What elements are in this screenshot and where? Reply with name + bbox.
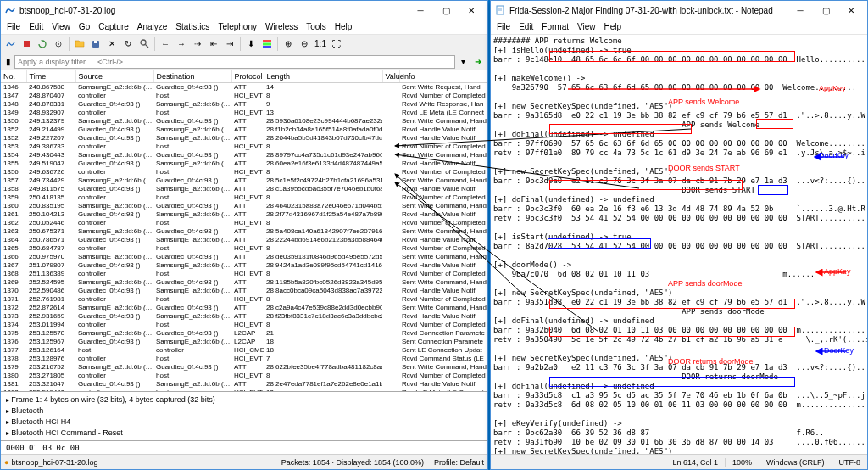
last-packet-icon[interactable]: ⇥ [222, 36, 237, 52]
colorize-icon[interactable] [259, 36, 275, 52]
packet-row[interactable]: 1368251.136389controllerhostHCI_EVT8Rcvd… [1, 270, 487, 278]
menu-edit[interactable]: Edit [515, 22, 537, 31]
go-forward-icon[interactable]: → [174, 36, 189, 52]
packet-row[interactable]: 1358249.811575Guardtec_0f:4c:93 ()Samsun… [1, 185, 487, 193]
notepad-textarea[interactable]: ######## APP returns Welcome [+] isHello… [491, 35, 867, 454]
menu-go[interactable]: Go [75, 22, 94, 31]
packet-row[interactable]: 1380253.271805controllerhostHCI_EVT8Rcvd… [1, 372, 487, 380]
maximize-button[interactable]: ▢ [433, 2, 459, 19]
menu-file[interactable]: File [492, 22, 515, 31]
options-icon[interactable] [51, 36, 66, 52]
menu-telephony[interactable]: Telephony [214, 22, 261, 31]
menu-statistics[interactable]: Statistics [171, 22, 214, 31]
reload-icon[interactable]: ↻ [120, 36, 136, 52]
start-capture-icon[interactable] [3, 36, 18, 52]
packet-row[interactable]: 1349248.932907controllerhostHCI_EVT13Rcv… [1, 109, 487, 117]
filter-dropdown-icon[interactable]: ▾ [455, 54, 470, 70]
open-icon[interactable] [72, 36, 87, 52]
menu-help[interactable]: Help [331, 22, 357, 31]
tree-node[interactable]: Bluetooth HCI Command - Reset [6, 428, 482, 439]
menu-help[interactable]: Help [600, 22, 626, 31]
menu-edit[interactable]: Edit [25, 22, 47, 31]
minimize-button[interactable]: ─ [408, 2, 433, 19]
packet-row[interactable]: 1364250.786571Guardtec_0f:4c:93 ()Samsun… [1, 236, 487, 244]
tree-node[interactable]: Bluetooth [6, 406, 482, 417]
zoom-in-icon[interactable]: ⊕ [281, 36, 296, 52]
packet-row[interactable]: 1370252.590486Guardtec_0f:4c:93 ()Samsun… [1, 287, 487, 295]
minimize-button[interactable]: ─ [787, 2, 813, 19]
packet-row[interactable]: 1347248.870407controllerhostHCI_EVT8Rcvd… [1, 92, 487, 100]
packet-row[interactable]: 1346248.867588SamsungE_a2:dd:6b (…Guardt… [1, 82, 487, 92]
filter-bookmark-icon[interactable]: ▮ [3, 54, 14, 70]
menu-tools[interactable]: Tools [302, 22, 330, 31]
packet-row[interactable]: 1375253.125578SamsungE_a2:dd:6b (…Guardt… [1, 329, 487, 338]
menu-wireless[interactable]: Wireless [261, 22, 302, 31]
close-button[interactable]: ✕ [459, 2, 484, 19]
menu-capture[interactable]: Capture [94, 22, 133, 31]
packet-row[interactable]: 1379253.216752SamsungE_a2:dd:6b (…Guardt… [1, 363, 487, 372]
menu-format[interactable]: Format [537, 22, 573, 31]
display-filter-input[interactable] [14, 55, 455, 69]
go-back-icon[interactable]: ← [158, 36, 173, 52]
packet-row[interactable]: 1362250.052446controllerhostHCI_EVT8Rcvd… [1, 219, 487, 227]
packet-row[interactable]: 1354249.430443SamsungE_a2:dd:6b (…Guardt… [1, 151, 487, 159]
packet-row[interactable]: 1372252.872614SamsungE_a2:dd:6b (…Guardt… [1, 304, 487, 312]
column-header[interactable]: Value [382, 70, 399, 82]
menu-analyze[interactable]: Analyze [133, 22, 172, 31]
maximize-button[interactable]: ▢ [813, 2, 838, 19]
column-header[interactable]: No. [1, 70, 26, 82]
packet-row[interactable]: 1365250.684787controllerhostHCI_EVT8Rcvd… [1, 244, 487, 253]
autoscroll-icon[interactable]: ⬇ [243, 36, 259, 52]
column-header[interactable]: Time [26, 70, 75, 82]
tree-node[interactable]: Frame 1: 4 bytes on wire (32 bits), 4 by… [6, 394, 482, 406]
menu-view[interactable]: View [573, 22, 600, 31]
packet-row[interactable]: 1366250.975970SamsungE_a2:dd:6b (…Guardt… [1, 253, 487, 261]
packet-row[interactable]: 1357249.734429SamsungE_a2:dd:6b (…Guardt… [1, 176, 487, 185]
packet-row[interactable]: 1378253.128976controllerhostHCI_EVT7Rcvd… [1, 355, 487, 363]
packet-row[interactable]: 1361250.104213Guardtec_0f:4c:93 ()Samsun… [1, 210, 487, 219]
column-header[interactable]: Length [264, 70, 382, 82]
packet-bytes[interactable]: 0000 01 03 0c 00 [1, 440, 487, 454]
packet-row[interactable]: 1371252.761981controllerhostHCI_EVT8Rcvd… [1, 295, 487, 304]
go-to-icon[interactable]: ⇢ [190, 36, 205, 52]
packet-row[interactable]: 1376253.125967Guardtec_0f:4c:93 ()Samsun… [1, 338, 487, 346]
tree-node[interactable]: Bluetooth HCI H4 [6, 417, 482, 428]
packet-row[interactable]: 1355249.519047Guardtec_0f:4c:93 ()Samsun… [1, 159, 487, 168]
packet-row[interactable]: 1348248.878331Guardtec_0f:4c:93 ()Samsun… [1, 100, 487, 109]
packet-row[interactable]: 1367251.079807Guardtec_0f:4c:93 ()Samsun… [1, 261, 487, 270]
packet-row[interactable]: 1352249.214499Guardtec_0f:4c:93 ()Samsun… [1, 126, 487, 134]
menu-view[interactable]: View [47, 22, 75, 31]
column-header[interactable]: Protocol [231, 70, 264, 82]
packet-details[interactable]: Frame 1: 4 bytes on wire (32 bits), 4 by… [1, 391, 487, 440]
packet-row[interactable]: 1373252.931659Guardtec_0f:4c:93 ()Samsun… [1, 312, 487, 321]
packet-row[interactable]: 1350249.132379SamsungE_a2:dd:6b (…Guardt… [1, 117, 487, 126]
save-icon[interactable] [88, 36, 103, 52]
menu-file[interactable]: File [3, 22, 25, 31]
packet-row[interactable]: 1377253.126164hostcontrollerHCI_CMD18Sen… [1, 346, 487, 355]
close-button[interactable]: ✕ [838, 2, 864, 19]
resize-columns-icon[interactable]: ⛶ [329, 36, 344, 52]
column-header[interactable]: Source [75, 70, 153, 82]
zoom-out-icon[interactable]: ⊖ [297, 36, 312, 52]
zoom-reset-icon[interactable]: 1:1 [313, 36, 328, 52]
packet-row[interactable]: 1360250.835195SamsungE_a2:dd:6b (…Guardt… [1, 202, 487, 210]
packet-row[interactable]: 1353249.386733controllerhostHCI_EVT8Rcvd… [1, 143, 487, 151]
column-header[interactable]: Destination [153, 70, 231, 82]
packet-row[interactable]: 1363250.675371SamsungE_a2:dd:6b (…Guardt… [1, 227, 487, 236]
status-file: btsnoop_hci-07-31-20.log [11, 458, 97, 467]
packet-row[interactable]: 1359250.418135controllerhostHCI_EVT8Rcvd… [1, 193, 487, 202]
packet-row[interactable]: 1381253.321647Guardtec_0f:4c:93 ()Samsun… [1, 380, 487, 389]
first-packet-icon[interactable]: ⇤ [206, 36, 221, 52]
stop-capture-icon[interactable] [19, 36, 34, 52]
packet-row[interactable]: 1352249.227207Guardtec_0f:4c:93 ()Samsun… [1, 134, 487, 143]
find-icon[interactable] [136, 36, 152, 52]
packet-row[interactable]: 1374253.011994controllerhostHCI_EVT8Rcvd… [1, 321, 487, 329]
packet-list[interactable]: No.TimeSourceDestinationProtocolLengthVa… [1, 70, 487, 391]
packet-row[interactable]: 1369252.524595SamsungE_a2:dd:6b (…Guardt… [1, 278, 487, 287]
restart-capture-icon[interactable] [35, 36, 50, 52]
close-file-icon[interactable]: ✕ [104, 36, 120, 52]
column-header[interactable]: Info [399, 70, 487, 82]
packet-row[interactable]: 1382253.519443controllerhostHCI_EVT13Rcv… [1, 389, 487, 392]
filter-apply-icon[interactable]: ➜ [470, 54, 486, 70]
packet-row[interactable]: 1356249.636726controllerhostHCI_EVT8Rcvd… [1, 168, 487, 176]
